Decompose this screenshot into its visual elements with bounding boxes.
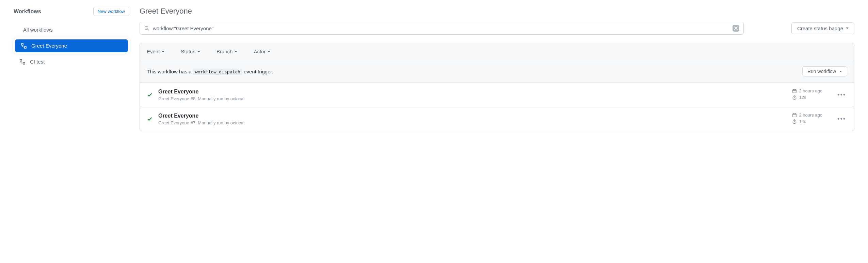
run-title: Greet Everyone xyxy=(158,113,792,119)
search-field[interactable] xyxy=(140,22,744,35)
svg-rect-2 xyxy=(793,113,797,117)
run-subtitle: Greet Everyone #8: Manually run by octoc… xyxy=(158,96,792,101)
main-content: Greet Everyone Create status badge Event… xyxy=(140,7,854,131)
run-workflow-button[interactable]: Run workflow xyxy=(802,66,847,76)
caret-down-icon xyxy=(197,51,200,52)
dispatch-text: This workflow has a workflow_dispatch ev… xyxy=(147,69,273,74)
sidebar-title: Workflows xyxy=(14,8,41,15)
filter-bar: Event Status Branch Actor xyxy=(140,43,854,60)
success-check-icon xyxy=(147,92,153,98)
create-status-badge-button[interactable]: Create status badge xyxy=(791,22,854,34)
workflow-icon xyxy=(21,43,27,49)
run-info: Greet Everyone Greet Everyone #8: Manual… xyxy=(158,89,792,101)
workflow-run-row[interactable]: Greet Everyone Greet Everyone #7: Manual… xyxy=(140,107,854,131)
workflow-run-row[interactable]: Greet Everyone Greet Everyone #8: Manual… xyxy=(140,83,854,107)
run-meta: 2 hours ago 14s xyxy=(792,112,822,125)
svg-rect-0 xyxy=(793,89,797,93)
run-menu-button[interactable]: ••• xyxy=(836,90,847,100)
calendar-icon xyxy=(792,113,797,118)
button-label: Create status badge xyxy=(797,25,843,31)
workflow-icon xyxy=(20,59,25,65)
page-title: Greet Everyone xyxy=(140,7,854,16)
calendar-icon xyxy=(792,89,797,93)
caret-down-icon xyxy=(235,51,237,52)
run-info: Greet Everyone Greet Everyone #7: Manual… xyxy=(158,113,792,125)
run-meta: 2 hours ago 12s xyxy=(792,88,822,101)
stopwatch-icon xyxy=(792,95,797,100)
button-label: Run workflow xyxy=(807,69,836,74)
filter-actor[interactable]: Actor xyxy=(254,49,270,54)
sidebar: Workflows New workflow All workflows Gre… xyxy=(14,7,129,131)
sidebar-item-label: All workflows xyxy=(23,27,53,33)
caret-down-icon xyxy=(839,71,842,72)
caret-down-icon xyxy=(846,28,849,29)
run-subtitle: Greet Everyone #7: Manually run by octoc… xyxy=(158,120,792,125)
filter-event[interactable]: Event xyxy=(147,49,164,54)
run-title: Greet Everyone xyxy=(158,89,792,95)
workflow-dispatch-notice: This workflow has a workflow_dispatch ev… xyxy=(140,60,854,83)
sidebar-item-greet-everyone[interactable]: Greet Everyone xyxy=(15,39,128,52)
sidebar-item-label: CI test xyxy=(30,59,45,65)
search-input[interactable] xyxy=(153,25,733,31)
run-menu-button[interactable]: ••• xyxy=(836,114,847,124)
sidebar-item-ci-test[interactable]: CI test xyxy=(14,56,129,67)
sidebar-item-label: Greet Everyone xyxy=(31,43,67,49)
success-check-icon xyxy=(147,116,153,122)
clear-search-icon[interactable] xyxy=(733,25,739,32)
filter-branch[interactable]: Branch xyxy=(216,49,238,54)
runs-panel: Event Status Branch Actor This workflow … xyxy=(140,43,854,131)
filter-status[interactable]: Status xyxy=(181,49,200,54)
stopwatch-icon xyxy=(792,119,797,124)
search-icon xyxy=(144,25,149,31)
new-workflow-button[interactable]: New workflow xyxy=(93,7,129,16)
sidebar-item-all-workflows[interactable]: All workflows xyxy=(14,24,129,35)
caret-down-icon xyxy=(268,51,270,52)
caret-down-icon xyxy=(162,51,164,52)
